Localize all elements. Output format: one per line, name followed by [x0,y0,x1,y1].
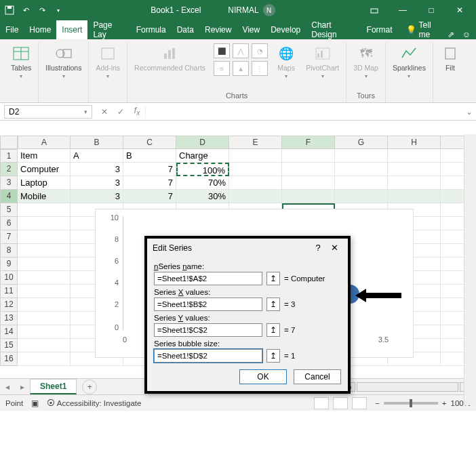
macro-record-icon[interactable]: ▣ [31,398,39,408]
tab-nav-prev-icon[interactable]: ◂ [0,382,15,392]
add-sheet-button[interactable]: + [82,380,97,394]
tables-button[interactable]: Tables ▾ [9,43,33,81]
row-headers[interactable]: 1234 5678 9101112 13141516 [0,149,18,366]
tab-developer[interactable]: Develop [265,20,306,39]
cancel-button[interactable]: Cancel [294,369,341,384]
chart-pie-icon[interactable]: ◔ [252,43,268,58]
tab-formulas[interactable]: Formula [131,20,172,39]
sparklines-button[interactable]: Sparklines ▾ [391,43,427,81]
series-y-label: Series Y values: [154,314,341,322]
recommended-charts-button[interactable]: Recommended Charts [133,43,207,73]
cell-A4[interactable]: Mobile [18,190,71,203]
view-page-break-icon[interactable] [352,397,367,409]
view-normal-icon[interactable] [314,397,329,409]
tab-insert[interactable]: Insert [56,20,87,39]
range-picker-icon[interactable]: ↥ [266,272,280,285]
chart-bar-icon[interactable]: ≡ [214,61,230,76]
tab-file[interactable]: File [0,20,24,39]
person-icon: ⦿ [47,399,55,407]
share-icon[interactable]: ⇗ [448,30,454,39]
cell-D1[interactable]: Charge [176,149,229,163]
cell-A3[interactable]: Laptop [18,176,71,190]
cell-B1[interactable]: A [71,149,123,163]
cell-A1[interactable]: Item [18,149,71,163]
chart-area-icon[interactable]: ▲ [233,61,249,76]
cell-B4[interactable]: 3 [71,190,123,203]
cell-C2[interactable]: 7 [123,163,176,176]
ok-button[interactable]: OK [239,369,287,384]
bulb-icon: 💡 [406,25,416,35]
addins-button[interactable]: Add-ins ▾ [94,43,121,81]
chevron-down-icon[interactable]: ▾ [84,108,87,115]
cell-A2[interactable]: Computer [18,163,71,176]
tab-chart-design[interactable]: Chart Design [306,20,361,39]
formula-input[interactable] [145,105,462,119]
tab-nav-next-icon[interactable]: ▸ [15,382,30,392]
zoom-out-icon[interactable]: − [375,399,380,407]
series-y-result: = 7 [284,326,295,334]
illustrations-button[interactable]: Illustrations ▾ [44,43,83,81]
dialog-close-icon[interactable]: ✕ [326,243,342,253]
rec-chart-icon [160,45,180,62]
zoom-slider[interactable] [384,402,438,405]
fx-icon[interactable]: fx [129,106,145,117]
maps-button[interactable]: 🌐 Maps ▾ [275,43,298,81]
column-headers[interactable]: A B C D E F G H I [18,136,476,149]
undo-icon[interactable]: ↶ [20,5,31,16]
user-account[interactable]: NIRMAL N [228,4,275,16]
addins-icon [98,45,118,62]
tab-page-layout[interactable]: Page Lay [87,20,130,39]
tab-format[interactable]: Format [361,20,398,39]
chart-col-icon[interactable]: ⬛ [214,43,230,58]
tab-view[interactable]: View [237,20,265,39]
svg-rect-1 [7,6,12,9]
cell-C1[interactable]: B [123,149,176,163]
series-y-input[interactable]: =Sheet1!$C$2 [154,323,262,337]
comments-icon[interactable]: ☺ [462,30,471,39]
filters-button[interactable]: Filt [439,43,462,73]
pivotchart-button[interactable]: PivotChart ▾ [304,43,340,81]
series-name-input[interactable]: =Sheet1!$A$2 [154,272,262,285]
chart-scatter-icon[interactable]: ⋮ [252,61,268,76]
save-icon[interactable] [4,5,15,16]
redo-icon[interactable]: ↷ [37,5,47,16]
minimize-icon[interactable]: — [391,0,415,20]
help-icon[interactable]: ? [310,243,326,253]
ribbon-options-icon[interactable] [362,0,386,20]
3d-map-button[interactable]: 🗺 3D Map ▾ [352,43,380,81]
cell-B3[interactable]: 3 [71,176,123,190]
view-page-layout-icon[interactable] [333,397,348,409]
tab-home[interactable]: Home [24,20,56,39]
enter-formula-icon[interactable]: ✓ [113,107,129,117]
sheet-tab-sheet1[interactable]: Sheet1 [30,379,77,394]
select-all-corner[interactable] [0,136,18,149]
accessibility-status[interactable]: ⦿ Accessibility: Investigate [47,399,141,407]
chart-type-grid[interactable]: ⬛ ⋀ ◔ ≡ ▲ ⋮ [214,43,268,76]
cell-C4[interactable]: 7 [123,190,176,203]
cell-D2[interactable]: 100% [176,163,229,176]
series-x-input[interactable]: =Sheet1!$B$2 [154,298,262,311]
horizontal-scrollbar[interactable]: ◂▸ [343,382,476,392]
range-picker-icon[interactable]: ↥ [266,349,280,363]
zoom-in-icon[interactable]: + [442,399,447,407]
cell-C3[interactable]: 7 [123,176,176,190]
document-title: Book1 - Excel [151,5,201,15]
vertical-scrollbar[interactable] [464,134,476,405]
expand-formula-icon[interactable]: ⌄ [462,107,476,117]
series-size-input[interactable]: =Sheet1!$D$2 [154,349,262,363]
tell-me[interactable]: 💡 Tell me [401,20,448,39]
maximize-icon[interactable]: □ [419,0,443,20]
zoom-control[interactable]: − + 100% [375,399,471,407]
name-box[interactable]: D2 ▾ [4,105,92,119]
chart-line-icon[interactable]: ⋀ [233,43,249,58]
range-picker-icon[interactable]: ↥ [266,323,280,337]
cancel-formula-icon[interactable]: ✕ [96,107,113,117]
tab-review[interactable]: Review [199,20,237,39]
range-picker-icon[interactable]: ↥ [266,298,280,311]
cell-B2[interactable]: 3 [71,163,123,176]
qat-dropdown-icon[interactable]: ▾ [53,5,64,16]
cell-D4[interactable]: 30% [176,190,229,203]
tab-data[interactable]: Data [172,20,199,39]
cell-D3[interactable]: 70% [176,176,229,190]
close-icon[interactable]: ✕ [448,0,472,20]
